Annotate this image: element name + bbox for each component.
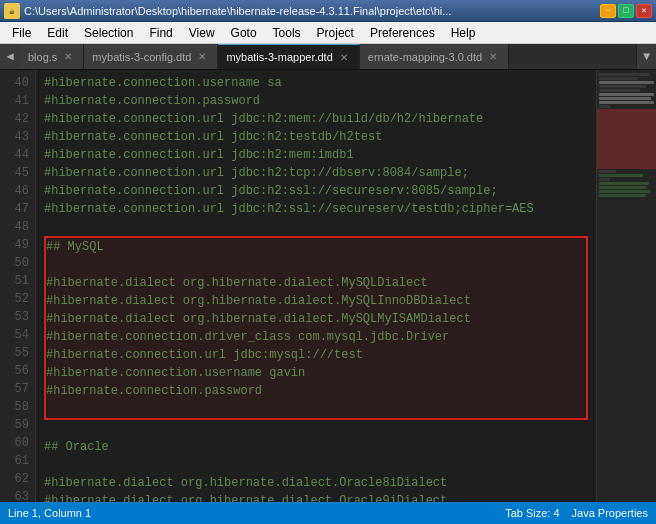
code-line-63: #hibernate.dialect org.hibernate.dialect… — [44, 492, 588, 502]
code-line-54: #hibernate.connection.driver_class com.m… — [46, 328, 586, 346]
ln-49: 49 — [0, 236, 35, 254]
mm-7 — [599, 97, 651, 100]
ln-58: 58 — [0, 398, 35, 416]
menu-help[interactable]: Help — [443, 24, 484, 42]
ln-50: 50 — [0, 254, 35, 272]
code-line-48 — [44, 218, 588, 236]
code-line-44: #hibernate.connection.url jdbc:h2:mem:im… — [44, 146, 588, 164]
status-file-type: Java Properties — [572, 507, 648, 519]
mm-14 — [599, 186, 647, 189]
code-line-40: #hibernate.connection.username sa — [44, 74, 588, 92]
ln-51: 51 — [0, 272, 35, 290]
ln-43: 43 — [0, 128, 35, 146]
ln-55: 55 — [0, 344, 35, 362]
ln-61: 61 — [0, 452, 35, 470]
tab-blog-close[interactable]: ✕ — [61, 50, 75, 64]
tab-mybatis-mapper-label: mybatis-3-mapper.dtd — [226, 51, 332, 63]
code-line-46: #hibernate.connection.url jdbc:h2:ssl://… — [44, 182, 588, 200]
mm-11 — [599, 174, 643, 177]
tab-blog[interactable]: blog.s ✕ — [20, 44, 84, 69]
ln-54: 54 — [0, 326, 35, 344]
menu-find[interactable]: Find — [141, 24, 180, 42]
tab-blog-label: blog.s — [28, 51, 57, 63]
title-bar-text: C:\Users\Administrator\Desktop\hibernate… — [24, 5, 451, 17]
tab-ernate-label: ernate-mapping-3.0.dtd — [368, 51, 482, 63]
ln-42: 42 — [0, 110, 35, 128]
code-line-55: #hibernate.connection.url jdbc:mysql:///… — [46, 346, 586, 364]
ln-40: 40 — [0, 74, 35, 92]
status-position: Line 1, Column 1 — [8, 507, 91, 519]
code-line-53: #hibernate.dialect org.hibernate.dialect… — [46, 310, 586, 328]
code-line-58 — [46, 400, 586, 418]
minimap-content — [597, 70, 656, 200]
ln-60: 60 — [0, 434, 35, 452]
tab-ernate-close[interactable]: ✕ — [486, 50, 500, 64]
tab-mybatis-config[interactable]: mybatis-3-config.dtd ✕ — [84, 44, 218, 69]
code-line-59 — [44, 420, 588, 438]
code-line-45: #hibernate.connection.url jdbc:h2:tcp://… — [44, 164, 588, 182]
mm-3 — [599, 81, 654, 84]
mm-10 — [599, 170, 616, 173]
ln-44: 44 — [0, 146, 35, 164]
code-line-56: #hibernate.connection.username gavin — [46, 364, 586, 382]
tab-ernate[interactable]: ernate-mapping-3.0.dtd ✕ — [360, 44, 509, 69]
ln-53: 53 — [0, 308, 35, 326]
menu-bar: File Edit Selection Find View Goto Tools… — [0, 22, 656, 44]
tab-mybatis-config-label: mybatis-3-config.dtd — [92, 51, 191, 63]
mm-12 — [599, 178, 610, 181]
tab-mybatis-mapper-close[interactable]: ✕ — [337, 50, 351, 64]
code-line-49: ## MySQL — [46, 238, 586, 256]
tab-mybatis-mapper[interactable]: mybatis-3-mapper.dtd ✕ — [218, 44, 359, 69]
mm-highlight — [597, 109, 656, 169]
title-bar-left: ☕ C:\Users\Administrator\Desktop\hiberna… — [4, 3, 451, 19]
mm-5 — [599, 89, 640, 92]
tab-nav-left[interactable]: ◀ — [0, 44, 20, 69]
code-line-61 — [44, 456, 588, 474]
menu-preferences[interactable]: Preferences — [362, 24, 443, 42]
menu-file[interactable]: File — [4, 24, 39, 42]
code-line-60: ## Oracle — [44, 438, 588, 456]
menu-edit[interactable]: Edit — [39, 24, 76, 42]
menu-tools[interactable]: Tools — [265, 24, 309, 42]
mm-16 — [599, 194, 646, 197]
menu-view[interactable]: View — [181, 24, 223, 42]
mm-1 — [599, 73, 649, 76]
close-button[interactable]: ✕ — [636, 4, 652, 18]
ln-52: 52 — [0, 290, 35, 308]
maximize-button[interactable]: □ — [618, 4, 634, 18]
line-numbers: 40 41 42 43 44 45 46 47 48 49 50 51 52 5… — [0, 70, 36, 502]
mm-9 — [599, 105, 610, 108]
code-line-62: #hibernate.dialect org.hibernate.dialect… — [44, 474, 588, 492]
editor: 40 41 42 43 44 45 46 47 48 49 50 51 52 5… — [0, 70, 656, 502]
ln-41: 41 — [0, 92, 35, 110]
menu-goto[interactable]: Goto — [223, 24, 265, 42]
status-bar: Line 1, Column 1 Tab Size: 4 Java Proper… — [0, 502, 656, 524]
code-line-52: #hibernate.dialect org.hibernate.dialect… — [46, 292, 586, 310]
menu-project[interactable]: Project — [309, 24, 362, 42]
status-right: Tab Size: 4 Java Properties — [505, 507, 648, 519]
code-line-50 — [46, 256, 586, 274]
minimize-button[interactable]: – — [600, 4, 616, 18]
status-left: Line 1, Column 1 — [8, 507, 91, 519]
ln-59: 59 — [0, 416, 35, 434]
tab-overflow-btn[interactable]: ▼ — [636, 44, 656, 69]
code-line-47: #hibernate.connection.url jdbc:h2:ssl://… — [44, 200, 588, 218]
app-icon: ☕ — [4, 3, 20, 19]
code-line-41: #hibernate.connection.password — [44, 92, 588, 110]
code-line-51: #hibernate.dialect org.hibernate.dialect… — [46, 274, 586, 292]
minimap — [596, 70, 656, 502]
ln-57: 57 — [0, 380, 35, 398]
ln-56: 56 — [0, 362, 35, 380]
ln-48: 48 — [0, 218, 35, 236]
mm-13 — [599, 182, 649, 185]
ln-62: 62 — [0, 470, 35, 488]
code-line-43: #hibernate.connection.url jdbc:h2:testdb… — [44, 128, 588, 146]
selection-region: ## MySQL #hibernate.dialect org.hibernat… — [44, 236, 588, 420]
code-area[interactable]: #hibernate.connection.username sa #hiber… — [36, 70, 596, 502]
tab-bar: ◀ blog.s ✕ mybatis-3-config.dtd ✕ mybati… — [0, 44, 656, 70]
ln-45: 45 — [0, 164, 35, 182]
status-tab-size: Tab Size: 4 — [505, 507, 559, 519]
tab-mybatis-config-close[interactable]: ✕ — [195, 50, 209, 64]
mm-2 — [599, 77, 638, 80]
menu-selection[interactable]: Selection — [76, 24, 141, 42]
